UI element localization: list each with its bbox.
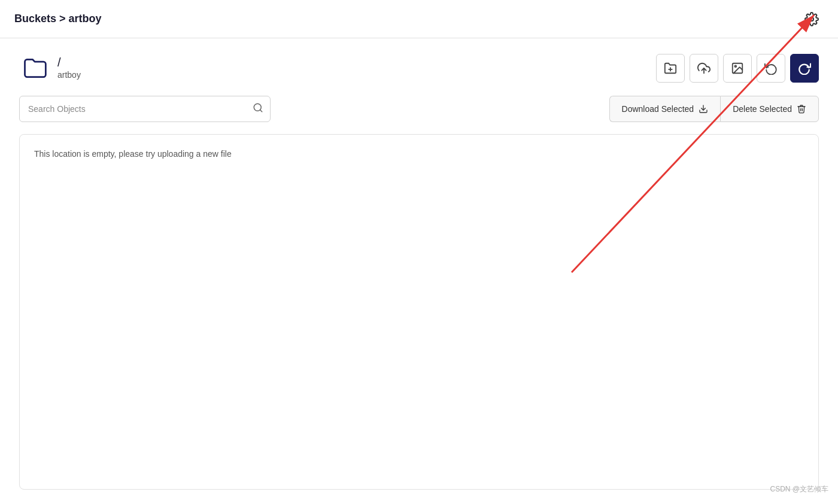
search-wrapper [19, 96, 271, 122]
main-content: / artboy [0, 38, 838, 504]
reset-button[interactable] [757, 54, 785, 83]
top-section: / artboy [19, 53, 819, 84]
undo-icon [764, 62, 778, 75]
folder-slash: / [57, 55, 81, 69]
create-folder-button[interactable] [656, 54, 685, 83]
download-selected-button[interactable]: Download Selected [609, 96, 721, 122]
preview-icon [731, 62, 744, 75]
svg-point-5 [734, 65, 736, 67]
preview-button[interactable] [723, 54, 752, 83]
folder-icon-wrap [19, 53, 50, 84]
app-container: Buckets > artboy / artboy [0, 0, 838, 504]
search-action-row: Download Selected Delete Selected [19, 96, 819, 122]
settings-button[interactable] [800, 7, 824, 31]
action-buttons [656, 54, 819, 83]
folder-path: / artboy [57, 55, 81, 81]
folder-icon [22, 55, 48, 81]
download-icon [699, 104, 708, 114]
delete-icon [797, 104, 806, 114]
download-selected-label: Download Selected [622, 104, 694, 114]
breadcrumb: Buckets > artboy [14, 13, 102, 25]
delete-selected-label: Delete Selected [733, 104, 792, 114]
delete-selected-button[interactable]: Delete Selected [720, 96, 819, 122]
folder-info: / artboy [19, 53, 81, 84]
bulk-actions: Download Selected Delete Selected [609, 96, 819, 122]
search-input[interactable] [19, 96, 271, 122]
watermark: CSDN @文艺倾车 [770, 484, 828, 494]
content-area: This location is empty, please try uploa… [19, 134, 819, 490]
folder-name: artboy [57, 69, 81, 81]
refresh-icon [798, 62, 811, 75]
header: Buckets > artboy [0, 0, 838, 38]
upload-button[interactable] [690, 54, 718, 83]
empty-message: This location is empty, please try uploa… [34, 149, 232, 159]
upload-icon [697, 62, 711, 75]
refresh-button[interactable] [790, 54, 819, 83]
svg-point-0 [810, 17, 813, 21]
create-folder-icon [664, 62, 677, 75]
gear-icon [804, 12, 819, 26]
